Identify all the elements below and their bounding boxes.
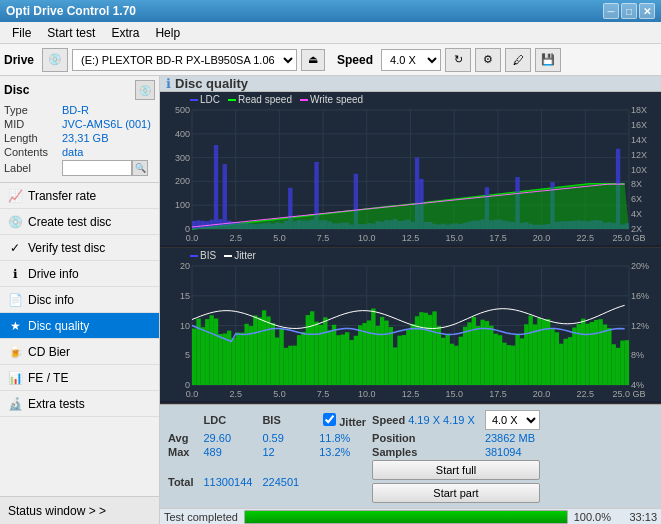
nav-transfer-rate-label: Transfer rate [28,189,96,203]
content-area: ℹ Disc quality LDC Read speed [160,76,661,524]
drive-bar: Drive 💿 (E:) PLEXTOR BD-R PX-LB950SA 1.0… [0,44,661,76]
maximize-button[interactable]: □ [621,3,637,19]
legend-bis: BIS [190,250,216,261]
drive-info-icon: ℹ [8,267,22,281]
nav-items: 📈 Transfer rate 💿 Create test disc ✓ Ver… [0,183,159,496]
settings-button2[interactable]: 🖊 [505,48,531,72]
nav-verify-test-disc-label: Verify test disc [28,241,105,255]
nav-disc-quality-label: Disc quality [28,319,89,333]
position-value: 23862 MB [485,432,548,444]
progress-percent: 100.0% [574,511,611,523]
charts-container: LDC Read speed Write speed [160,92,661,404]
speed-select2[interactable]: 4.0 X [485,410,540,430]
label-search-button[interactable]: 🔍 [132,160,148,176]
contents-label: Contents [4,146,62,158]
progress-track [244,510,568,524]
nav-create-test-disc-label: Create test disc [28,215,111,229]
main-content: Disc 💿 Type BD-R MID JVC-AMS6L (001) Len… [0,76,661,524]
drive-select[interactable]: (E:) PLEXTOR BD-R PX-LB950SA 1.06 [72,49,297,71]
stats-bar: LDC BIS Jitter Speed 4.19 X 4.19 X 4 [160,404,661,508]
title-bar: Opti Drive Control 1.70 ─ □ ✕ [0,0,661,22]
save-button[interactable]: 💾 [535,48,561,72]
nav-fe-te[interactable]: 📊 FE / TE [0,365,159,391]
disc-quality-title: Disc quality [175,76,248,91]
speed-label: Speed [337,53,373,67]
verify-test-disc-icon: ✓ [8,241,22,255]
menu-help[interactable]: Help [147,24,188,42]
status-window-label: Status window > > [8,504,106,518]
menu-start-test[interactable]: Start test [39,24,103,42]
legend-bis-label: BIS [200,250,216,261]
position-label: Position [372,432,483,444]
nav-create-test-disc[interactable]: 💿 Create test disc [0,209,159,235]
disc-quality-icon: ★ [8,319,22,333]
bis-header: BIS [262,410,307,430]
nav-cd-bier[interactable]: 🍺 CD Bier [0,339,159,365]
window-controls: ─ □ ✕ [603,3,655,19]
legend-jitter: Jitter [224,250,256,261]
fe-te-icon: 📊 [8,371,22,385]
legend-jitter-label: Jitter [234,250,256,261]
avg-jitter: 11.8% [319,432,370,444]
avg-bis: 0.59 [262,432,307,444]
legend-read-speed-label: Read speed [238,94,292,105]
disc-panel: Disc 💿 Type BD-R MID JVC-AMS6L (001) Len… [0,76,159,183]
jitter-checkbox[interactable] [323,413,336,426]
disc-quality-header-icon: ℹ [166,76,171,91]
bis-canvas [160,248,661,401]
disc-quality-header: ℹ Disc quality [160,76,661,92]
speed-select[interactable]: 4.0 X [381,49,441,71]
settings-button1[interactable]: ⚙ [475,48,501,72]
chart1-legend: LDC Read speed Write speed [190,94,363,105]
disc-info-button[interactable]: 💿 [135,80,155,100]
nav-transfer-rate[interactable]: 📈 Transfer rate [0,183,159,209]
nav-cd-bier-label: CD Bier [28,345,70,359]
minimize-button[interactable]: ─ [603,3,619,19]
action-buttons: Start full Start part [372,460,540,503]
refresh-button[interactable]: ↻ [445,48,471,72]
label-input[interactable] [62,160,132,176]
sidebar: Disc 💿 Type BD-R MID JVC-AMS6L (001) Len… [0,76,160,524]
total-bis: 224501 [262,460,307,503]
max-label: Max [168,446,201,458]
speed-value: 4.19 X [408,414,440,426]
legend-read-speed: Read speed [228,94,292,105]
max-jitter: 13.2% [319,446,370,458]
nav-drive-info-label: Drive info [28,267,79,281]
close-button[interactable]: ✕ [639,3,655,19]
chart2-legend: BIS Jitter [190,250,256,261]
progress-fill [245,511,567,523]
cd-bier-icon: 🍺 [8,345,22,359]
samples-value: 381094 [485,446,548,458]
nav-disc-info[interactable]: 📄 Disc info [0,287,159,313]
stats-table: LDC BIS Jitter Speed 4.19 X 4.19 X 4 [166,408,550,505]
start-full-button[interactable]: Start full [372,460,540,480]
nav-fe-te-label: FE / TE [28,371,68,385]
status-window[interactable]: Status window > > [0,496,159,524]
nav-disc-quality[interactable]: ★ Disc quality [0,313,159,339]
mid-value: JVC-AMS6L (001) [62,118,151,130]
disc-info-icon: 📄 [8,293,22,307]
nav-extra-tests-label: Extra tests [28,397,85,411]
eject-button[interactable]: ⏏ [301,49,325,71]
nav-drive-info[interactable]: ℹ Drive info [0,261,159,287]
bis-chart: BIS Jitter [160,248,661,404]
status-text: Test completed [164,511,238,523]
length-value: 23,31 GB [62,132,108,144]
nav-extra-tests[interactable]: 🔬 Extra tests [0,391,159,417]
create-test-disc-icon: 💿 [8,215,22,229]
speed-value-display: 4.19 X [443,414,475,426]
legend-ldc-label: LDC [200,94,220,105]
contents-value: data [62,146,83,158]
menu-file[interactable]: File [4,24,39,42]
type-value: BD-R [62,104,89,116]
legend-write-speed-label: Write speed [310,94,363,105]
start-part-button[interactable]: Start part [372,483,540,503]
nav-verify-test-disc[interactable]: ✓ Verify test disc [0,235,159,261]
ldc-header: LDC [203,410,260,430]
app-title: Opti Drive Control 1.70 [6,4,136,18]
menu-extra[interactable]: Extra [103,24,147,42]
length-label: Length [4,132,62,144]
drive-icon-button[interactable]: 💿 [42,48,68,72]
label-key: Label [4,162,62,174]
